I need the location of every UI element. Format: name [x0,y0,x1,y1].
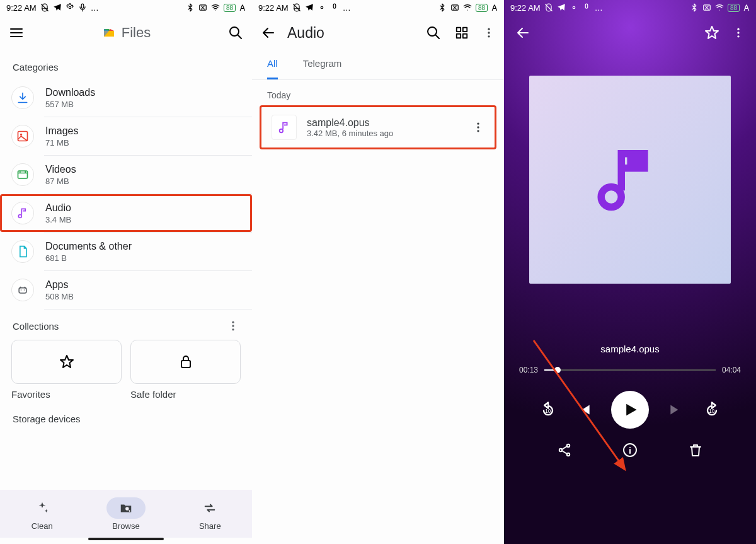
share-icon[interactable] [557,443,572,458]
skip-next-icon[interactable] [668,402,684,418]
category-videos[interactable]: Videos87 MB [0,156,252,194]
more-vert-icon[interactable] [732,26,745,39]
album-art [529,76,731,284]
svg-rect-14 [181,361,190,367]
nav-browse[interactable]: Browse [106,497,146,531]
svg-point-27 [488,35,490,37]
svg-point-31 [573,6,575,9]
svg-point-11 [232,321,234,323]
category-images[interactable]: Images71 MB [0,117,252,155]
more-vert-icon[interactable] [483,26,495,39]
trash-icon[interactable] [688,443,703,458]
svg-point-25 [488,28,490,30]
svg-point-35 [737,28,739,30]
more-vert-icon[interactable] [227,320,239,332]
file-name: sample4.opus [307,117,462,129]
category-documents[interactable]: Documents & other681 B [0,233,252,270]
telegram-icon [557,3,566,12]
charging-icon: 𐌀 [743,3,750,13]
category-audio[interactable]: Audio3.4 MB [0,194,252,232]
more-vert-icon[interactable] [472,121,484,134]
time-elapsed: 00:13 [519,366,538,374]
tab-all[interactable]: All [267,58,278,79]
search-icon[interactable] [228,25,243,40]
nav-share[interactable]: Share [190,497,229,531]
more-icon: … [91,3,99,13]
play-button[interactable] [611,391,649,429]
svg-point-13 [232,328,234,330]
svg-rect-8 [19,288,26,293]
status-bar: 9:22 AM … 88 𐌀 [0,0,252,15]
app-title: Files [122,25,151,41]
time-total: 04:04 [722,366,741,374]
svg-point-9 [21,289,22,291]
svg-point-15 [125,507,129,511]
seek-bar[interactable]: 00:13 04:04 [504,354,756,374]
tab-telegram[interactable]: Telegram [303,58,342,79]
wifi-icon [715,3,724,12]
mic-icon [582,3,591,12]
svg-point-19 [467,10,467,11]
playback-controls: 10 10 [504,391,756,429]
dnd-icon [292,3,301,12]
svg-rect-23 [457,34,461,38]
error-box-icon [450,3,459,12]
grid-view-icon[interactable] [455,26,469,40]
svg-point-0 [69,6,71,9]
favorites-tile[interactable] [11,340,122,384]
error-box-icon [702,3,711,12]
gear-icon [66,3,74,12]
gear-icon [570,3,578,12]
replay-10-icon[interactable]: 10 [539,401,557,419]
skip-previous-icon[interactable] [576,402,592,418]
svg-point-36 [737,32,739,33]
play-icon [621,401,639,419]
svg-rect-7 [18,171,28,178]
forward-10-icon[interactable]: 10 [703,401,721,419]
svg-rect-38 [627,154,644,168]
battery-icon: 88 [728,4,740,12]
clock: 9:22 AM [258,3,289,13]
gear-icon [318,3,326,12]
svg-point-34 [719,10,719,11]
telegram-icon [305,3,314,12]
search-icon[interactable] [426,25,441,40]
dnd-icon [544,3,553,12]
svg-point-12 [232,325,234,327]
svg-rect-32 [585,4,588,8]
page-title: Audio [287,25,324,42]
safe-folder-tile[interactable] [130,340,241,384]
category-downloads[interactable]: Downloads557 MB [0,79,252,117]
back-icon[interactable] [515,25,530,40]
android-icon [16,284,29,296]
status-bar: 9:22 AM … 88 𐌀 [252,0,504,15]
back-icon[interactable] [261,25,276,40]
star-icon[interactable] [704,25,719,40]
music-note-icon [16,207,29,219]
hamburger-icon[interactable] [9,25,24,40]
gesture-bar [88,538,164,540]
folder-search-icon [119,501,133,515]
info-icon[interactable] [622,443,638,458]
clock: 9:22 AM [510,3,541,13]
nav-clean[interactable]: Clean [23,497,62,531]
more-icon: … [343,3,351,13]
error-box-icon [198,3,207,12]
safe-folder-label: Safe folder [130,389,241,400]
bluetooth-icon [438,3,447,12]
svg-point-6 [20,134,22,136]
svg-text:10: 10 [545,408,551,414]
bluetooth-icon [690,3,699,12]
bottom-nav: Clean Browse Share [0,490,252,538]
svg-point-26 [488,32,490,33]
pane-audio-player: 9:22 AM … 88 𐌀 sample4.opus 00:13 04:04 [504,0,756,544]
svg-point-16 [321,6,323,9]
swap-icon [203,501,217,515]
app-bar: Files [0,15,252,50]
category-apps[interactable]: Apps508 MB [0,271,252,309]
battery-icon: 88 [224,4,236,12]
svg-rect-24 [463,34,467,38]
battery-icon: 88 [476,4,488,12]
file-row[interactable]: sample4.opus 3.42 MB, 6 minutes ago [260,105,496,149]
player-app-bar [504,15,756,50]
